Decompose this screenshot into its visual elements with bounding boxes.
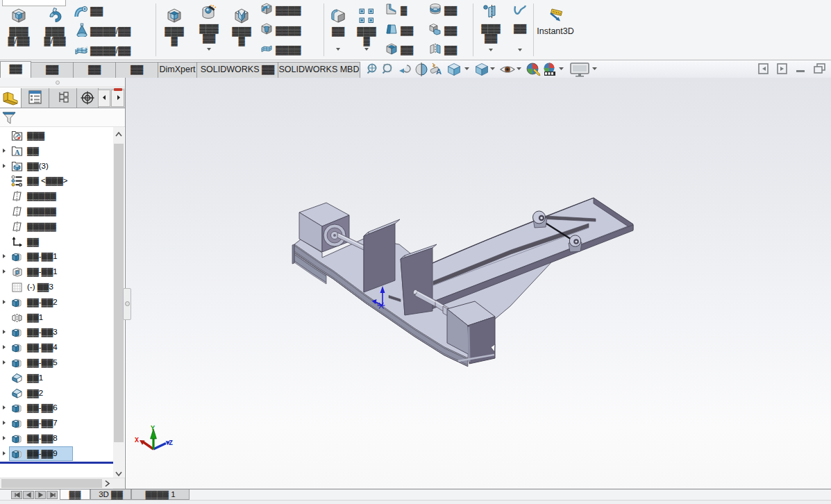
svg-text:A: A (15, 148, 20, 156)
svg-text:Y: Y (151, 425, 155, 432)
svg-text:A: A (436, 67, 442, 76)
svg-text:X: X (135, 437, 139, 444)
svg-text:Z: Z (169, 439, 173, 447)
